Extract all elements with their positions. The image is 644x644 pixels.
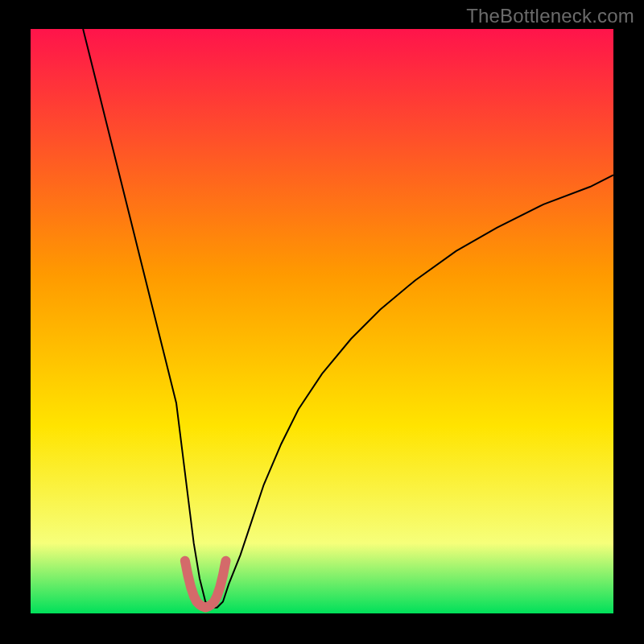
plot-area xyxy=(31,29,613,613)
gradient-background xyxy=(31,29,613,613)
chart-svg xyxy=(31,29,613,613)
watermark-text: TheBottleneck.com xyxy=(466,5,634,27)
chart-frame: TheBottleneck.com xyxy=(0,0,644,644)
